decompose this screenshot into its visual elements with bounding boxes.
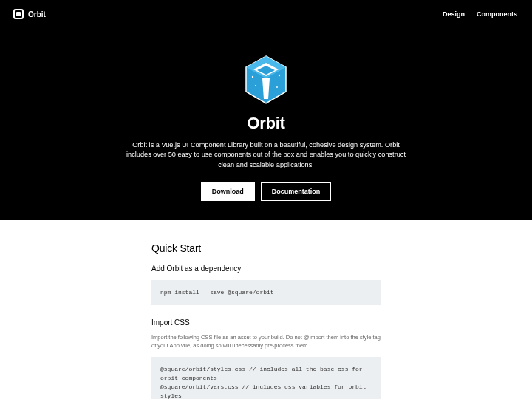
svg-point-7 [255,85,256,86]
hero-section: Orbit Design Components Orbit Orbit is a… [0,0,532,220]
hero-description: Orbit is a Vue.js UI Component Library b… [122,140,410,170]
quickstart-section: Quick Start Add Orbit as a dependency np… [151,220,381,399]
quickstart-title: Quick Start [151,242,381,254]
documentation-button[interactable]: Documentation [261,182,332,201]
orbit-logo-icon [243,55,289,106]
brand-name: Orbit [28,10,46,18]
top-nav: Design Components [443,10,517,18]
dependency-heading: Add Orbit as a dependency [151,265,381,273]
svg-point-5 [252,76,253,78]
square-logo-icon [13,9,24,19]
svg-point-8 [276,86,278,88]
import-css-heading: Import CSS [151,318,381,327]
hero-buttons: Download Documentation [201,182,332,201]
topbar: Orbit Design Components [0,9,532,19]
import-css-note: Import the following CSS file as an asse… [151,334,381,349]
install-code-block[interactable]: npm install --save @square/orbit [151,280,381,305]
nav-design[interactable]: Design [443,10,465,18]
svg-point-6 [279,75,280,76]
download-button[interactable]: Download [201,182,255,201]
nav-components[interactable]: Components [477,10,517,18]
brand[interactable]: Orbit [13,9,46,19]
css-code-block[interactable]: @square/orbit/styles.css // includes all… [151,357,381,399]
hero-center: Orbit Orbit is a Vue.js UI Component Lib… [0,19,532,201]
hero-title: Orbit [247,114,284,133]
